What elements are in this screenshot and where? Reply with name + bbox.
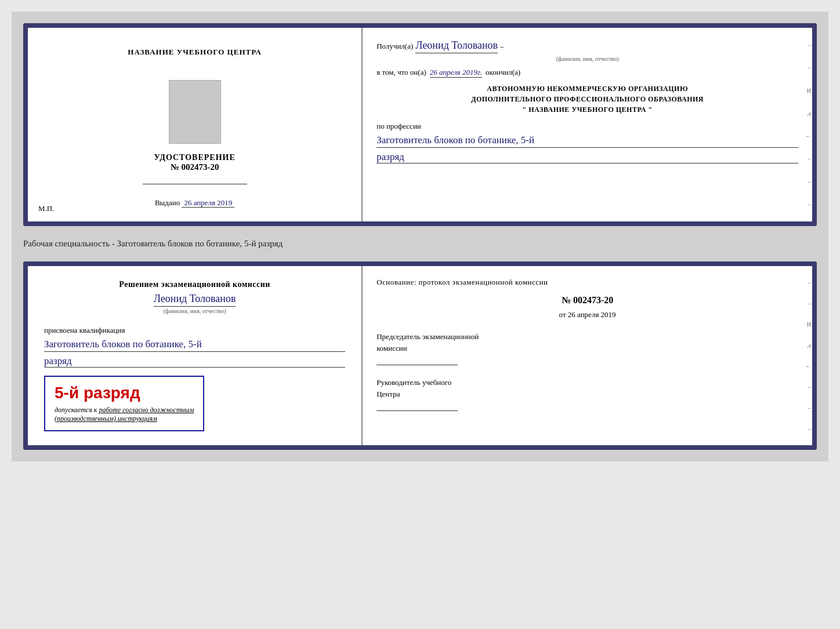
rukovoditel-sig-line	[376, 402, 458, 411]
page-wrapper: НАЗВАНИЕ УЧЕБНОГО ЦЕНТРА УДОСТОВЕРЕНИЕ №…	[12, 12, 828, 461]
razryad-box: 5-й разряд допускается к работе согласно…	[44, 376, 204, 431]
protocol-number-bottom: № 002473-20	[376, 295, 798, 306]
name-bottom-block: Леонид Толованов (фамилия, имя, отчество…	[44, 293, 345, 320]
osnovanie-block: Основание: протокол экзаменационной коми…	[376, 278, 798, 287]
bottom-left-inner: Решением экзаменационной комиссии Леонид…	[44, 280, 345, 431]
mp-label-top: М.П.	[38, 204, 54, 213]
udostoverenie-block: УДОСТОВЕРЕНИЕ № 002473-20	[154, 153, 235, 172]
razryad-top: разряд	[376, 151, 798, 163]
recipient-name-top: Леонид Толованов	[415, 39, 498, 53]
recipient-name-bottom: Леонид Толованов	[154, 293, 236, 307]
edge-decoration: – – И ‚а ← – – –	[802, 28, 812, 221]
udostoverenie-title: УДОСТОВЕРЕНИЕ	[154, 153, 235, 162]
razryad-big-text: 5-й разряд	[55, 384, 194, 402]
top-certificate-card: НАЗВАНИЕ УЧЕБНОГО ЦЕНТРА УДОСТОВЕРЕНИЕ №…	[23, 23, 817, 226]
bottom-certificate-card: Решением экзаменационной комиссии Леонид…	[23, 261, 817, 450]
top-right-panel: Получил(а) Леонид Толованов – (фамилия, …	[363, 28, 812, 221]
vydano-date-top: 26 апреля 2019	[182, 198, 234, 208]
razryad-bottom: разряд	[44, 355, 345, 368]
name-sublabel-top: (фамилия, имя, отчество)	[376, 56, 798, 62]
profession-bottom: Заготовитель блоков по ботанике, 5-й	[44, 337, 345, 352]
profession-top: Заготовитель блоков по ботанике, 5-й	[376, 133, 798, 148]
name-sublabel-bottom: (фамилия, имя, отчество)	[164, 308, 226, 314]
org-block: АВТОНОМНУЮ НЕКОММЕРЧЕСКУЮ ОРГАНИЗАЦИЮ ДО…	[376, 83, 798, 115]
po-professii-top: по профессии	[376, 122, 798, 131]
vtom-line: в том, что он(а) 26 апреля 2019г. окончи…	[376, 68, 798, 78]
rukovoditel-block: Руководитель учебного Центра	[376, 377, 798, 411]
bottom-right-panel: Основание: протокол экзаменационной коми…	[363, 266, 812, 445]
edge-decoration-bottom: – – И ‚а ← – – –	[802, 266, 812, 445]
cert-number-top: № 002473-20	[154, 162, 235, 172]
between-cards-label: Рабочая специальность - Заготовитель бло…	[23, 235, 817, 252]
training-center-name-top: НАЗВАНИЕ УЧЕБНОГО ЦЕНТРА	[128, 48, 262, 57]
resheniyem-block: Решением экзаменационной комиссии	[44, 280, 345, 289]
vydano-line: Выдано 26 апреля 2019	[155, 198, 234, 208]
predsedatel-block: Председатель экзаменационной комиссии	[376, 331, 798, 365]
photo-placeholder	[169, 80, 221, 144]
dopuskaetsya-line: допускается к работе согласно должностны…	[55, 406, 194, 423]
ot-date-bottom: от 26 апреля 2019	[376, 310, 798, 319]
predsedatel-sig-line	[376, 356, 458, 365]
top-left-panel: НАЗВАНИЕ УЧЕБНОГО ЦЕНТРА УДОСТОВЕРЕНИЕ №…	[28, 28, 363, 221]
prisvoena-line: присвоена квалификация	[44, 326, 345, 335]
poluchil-line: Получил(а) Леонид Толованов –	[376, 39, 798, 53]
vtom-date: 26 апреля 2019г.	[430, 68, 482, 78]
bottom-left-panel: Решением экзаменационной комиссии Леонид…	[28, 266, 363, 445]
